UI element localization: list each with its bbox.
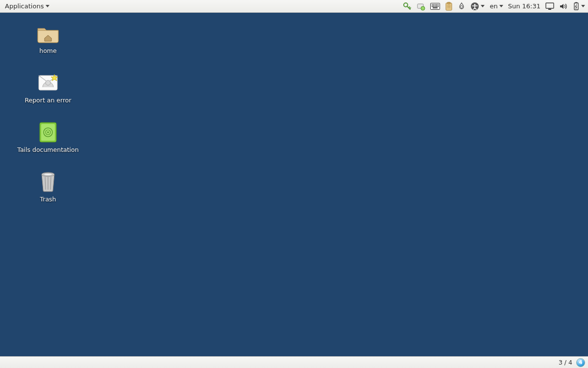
- system-tray: en Sun 16:31: [403, 2, 586, 11]
- svg-rect-24: [548, 9, 551, 10]
- desktop-icon-home[interactable]: home: [14, 23, 82, 54]
- desktop[interactable]: home Report an error: [0, 13, 588, 356]
- svg-rect-6: [435, 4, 436, 5]
- chevron-down-icon: [481, 5, 485, 7]
- volume-icon: [559, 2, 568, 10]
- accessibility-icon: [470, 2, 479, 11]
- svg-rect-7: [436, 4, 437, 5]
- workspace-switcher-badge: 4: [579, 360, 583, 365]
- svg-rect-26: [575, 2, 577, 3]
- desktop-icons-container: home Report an error: [5, 23, 583, 203]
- svg-rect-5: [433, 4, 434, 5]
- network-applet[interactable]: [416, 2, 425, 11]
- clock-applet[interactable]: Sun 16:31: [508, 2, 540, 10]
- chevron-down-icon: [581, 5, 585, 7]
- svg-rect-23: [546, 3, 554, 8]
- keepass-applet[interactable]: [403, 2, 412, 11]
- workspace-switcher[interactable]: 4: [576, 358, 585, 367]
- applications-menu-label: Applications: [5, 2, 44, 10]
- svg-rect-25: [574, 3, 578, 10]
- svg-rect-14: [433, 7, 438, 8]
- svg-point-2: [421, 6, 425, 10]
- battery-icon: [573, 2, 580, 11]
- bottom-panel: 3 / 4 4: [0, 356, 588, 368]
- tails-docs-icon: [36, 122, 60, 143]
- clipboard-icon: [445, 2, 453, 11]
- clipboard-applet[interactable]: [445, 2, 453, 11]
- workspace-indicator[interactable]: 3 / 4: [559, 359, 572, 366]
- svg-rect-16: [447, 2, 450, 4]
- report-error-icon: [36, 72, 60, 94]
- svg-point-20: [461, 5, 463, 8]
- svg-rect-9: [432, 6, 433, 7]
- chevron-down-icon: [46, 5, 49, 7]
- onion-applet[interactable]: [458, 2, 466, 11]
- svg-point-28: [46, 80, 50, 85]
- svg-rect-10: [433, 6, 434, 7]
- svg-rect-13: [438, 6, 439, 7]
- keyboard-icon: [430, 3, 440, 10]
- volume-applet[interactable]: [559, 2, 568, 10]
- svg-point-34: [47, 131, 49, 133]
- desktop-icon-report-error[interactable]: Report an error: [14, 72, 82, 104]
- svg-rect-8: [438, 4, 439, 5]
- network-icon: [416, 2, 425, 11]
- display-icon: [545, 2, 554, 10]
- battery-applet[interactable]: [573, 2, 585, 11]
- display-applet[interactable]: [545, 2, 554, 10]
- folder-home-icon: [36, 23, 60, 44]
- svg-point-40: [44, 173, 52, 176]
- accessibility-applet[interactable]: [470, 2, 485, 11]
- top-panel: Applications: [0, 0, 588, 13]
- desktop-icon-tails-docs[interactable]: Tails documentation: [14, 122, 82, 153]
- applications-menu[interactable]: Applications: [2, 1, 52, 11]
- svg-rect-4: [432, 4, 433, 5]
- trash-icon: [36, 171, 60, 193]
- onion-icon: [458, 2, 466, 11]
- keyboard-applet[interactable]: [430, 3, 440, 10]
- desktop-icon-label: Trash: [40, 196, 56, 203]
- chevron-down-icon: [499, 5, 503, 7]
- desktop-icon-label: Report an error: [24, 97, 71, 104]
- desktop-icon-label: Tails documentation: [17, 146, 78, 153]
- desktop-icon-trash[interactable]: Trash: [14, 171, 82, 203]
- language-applet[interactable]: en: [490, 2, 503, 10]
- svg-point-22: [474, 3, 476, 5]
- clock-label: Sun 16:31: [508, 2, 540, 10]
- svg-rect-12: [436, 6, 437, 7]
- key-icon: [403, 2, 412, 11]
- desktop-icon-label: home: [39, 47, 56, 54]
- language-label: en: [490, 2, 497, 10]
- svg-rect-11: [435, 6, 436, 7]
